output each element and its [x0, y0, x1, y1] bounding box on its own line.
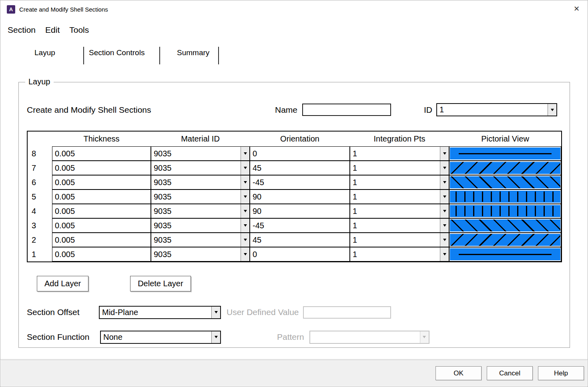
- thickness-input[interactable]: [52, 233, 151, 247]
- integration-pts-input[interactable]: [350, 161, 449, 175]
- integration-pts-cell: [350, 247, 449, 261]
- menu-tools[interactable]: Tools: [69, 25, 89, 35]
- section-function-input[interactable]: [101, 331, 220, 343]
- pictorial-view-cell: [449, 233, 561, 247]
- tab-summary[interactable]: Summary: [160, 48, 218, 57]
- material-id-input[interactable]: [151, 247, 249, 261]
- section-offset-input[interactable]: [100, 307, 220, 318]
- help-button[interactable]: Help: [538, 366, 584, 380]
- dropdown-arrow-icon[interactable]: [211, 331, 220, 343]
- pictorial-view-cell-fill: [450, 176, 560, 188]
- close-icon[interactable]: ✕: [574, 5, 580, 12]
- dropdown-arrow-icon[interactable]: [241, 204, 249, 218]
- layer-number: 4: [28, 204, 52, 218]
- col-header-orientation: Orientation: [250, 132, 350, 146]
- id-input[interactable]: [437, 104, 556, 116]
- integration-pts-input[interactable]: [350, 247, 449, 261]
- layer-table-body: 8 7: [28, 146, 561, 261]
- layer-table-header: Thickness Material ID Orientation Integr…: [28, 132, 561, 146]
- material-id-input[interactable]: [151, 219, 249, 232]
- dropdown-arrow-icon[interactable]: [241, 176, 249, 189]
- dropdown-arrow-icon[interactable]: [440, 219, 449, 232]
- integration-pts-input[interactable]: [350, 204, 449, 218]
- pictorial-view-cell-fill: [450, 162, 560, 174]
- name-input[interactable]: [302, 104, 391, 116]
- thickness-input[interactable]: [52, 147, 151, 160]
- orientation-input[interactable]: [250, 204, 349, 218]
- integration-pts-input[interactable]: [350, 176, 449, 189]
- orientation-input[interactable]: [250, 176, 349, 189]
- pattern-label: Pattern: [277, 332, 304, 342]
- ok-button[interactable]: OK: [435, 366, 482, 380]
- dropdown-arrow-icon[interactable]: [211, 307, 220, 318]
- add-layer-button[interactable]: Add Layer: [37, 276, 88, 291]
- dropdown-arrow-icon[interactable]: [241, 247, 249, 261]
- dropdown-arrow-icon[interactable]: [241, 190, 249, 203]
- dropdown-arrow-icon[interactable]: [440, 233, 449, 247]
- pictorial-view-cell: [449, 218, 561, 233]
- section-function-combobox[interactable]: [100, 331, 221, 344]
- integration-pts-cell: [350, 146, 449, 161]
- dropdown-arrow-icon[interactable]: [241, 233, 249, 247]
- integration-pts-input[interactable]: [350, 233, 449, 247]
- dropdown-arrow-icon[interactable]: [241, 161, 249, 175]
- orientation-input[interactable]: [250, 247, 349, 261]
- dropdown-arrow-icon[interactable]: [440, 176, 449, 189]
- menu-section[interactable]: Section: [8, 25, 36, 35]
- dropdown-arrow-icon[interactable]: [548, 104, 556, 116]
- pictorial-view-cell: [449, 190, 561, 204]
- orientation-input[interactable]: [250, 219, 349, 232]
- table-row: 4: [28, 204, 561, 218]
- material-id-input[interactable]: [151, 190, 249, 203]
- thickness-input[interactable]: [52, 190, 151, 203]
- thickness-input[interactable]: [52, 176, 151, 189]
- tab-separator: [218, 47, 219, 64]
- delete-layer-button[interactable]: Delete Layer: [130, 276, 191, 291]
- section-function-row: Section Function Pattern: [27, 330, 562, 344]
- material-id-input[interactable]: [151, 161, 249, 175]
- thickness-input[interactable]: [52, 204, 151, 218]
- layup-groupbox: Layup Create and Modify Shell Sections N…: [18, 82, 570, 348]
- orientation-input[interactable]: [250, 147, 349, 160]
- integration-pts-cell: [350, 233, 449, 247]
- section-offset-combobox[interactable]: [99, 306, 221, 319]
- material-id-input[interactable]: [151, 176, 249, 189]
- integration-pts-input[interactable]: [350, 219, 449, 232]
- section-function-label: Section Function: [27, 332, 100, 342]
- id-combobox[interactable]: [436, 103, 557, 116]
- menu-edit[interactable]: Edit: [45, 25, 60, 35]
- dropdown-arrow-icon[interactable]: [440, 190, 449, 203]
- orientation-input[interactable]: [250, 161, 349, 175]
- pictorial-view-cell: [449, 161, 561, 175]
- material-id-cell: [151, 247, 250, 261]
- dropdown-arrow-icon[interactable]: [241, 147, 249, 160]
- corner-header: [28, 132, 52, 146]
- integration-pts-input[interactable]: [350, 190, 449, 203]
- orientation-input[interactable]: [250, 190, 349, 203]
- material-id-input[interactable]: [151, 233, 249, 247]
- thickness-input[interactable]: [52, 247, 151, 261]
- orientation-input[interactable]: [250, 233, 349, 247]
- tab-layup[interactable]: Layup: [34, 48, 83, 57]
- thickness-cell: [52, 233, 151, 247]
- cancel-button[interactable]: Cancel: [487, 366, 533, 380]
- dropdown-arrow-icon[interactable]: [440, 204, 449, 218]
- material-id-input[interactable]: [151, 204, 249, 218]
- material-id-input[interactable]: [151, 147, 249, 160]
- pictorial-view-cell-fill: [450, 205, 560, 217]
- dropdown-arrow-icon[interactable]: [440, 247, 449, 261]
- pictorial-view-cell: [449, 175, 561, 190]
- tab-section-controls[interactable]: Section Controls: [84, 48, 159, 57]
- integration-pts-input[interactable]: [350, 147, 449, 160]
- material-id-cell: [151, 233, 250, 247]
- thickness-input[interactable]: [52, 219, 151, 232]
- layer-number: 3: [28, 218, 52, 233]
- dropdown-arrow-icon[interactable]: [440, 161, 449, 175]
- pictorial-view-cell-fill: [450, 191, 560, 203]
- thickness-input[interactable]: [52, 161, 151, 175]
- pattern-input: [310, 331, 429, 343]
- dropdown-arrow-icon[interactable]: [241, 219, 249, 232]
- integration-pts-cell: [350, 204, 449, 218]
- orientation-cell: [250, 175, 350, 190]
- dropdown-arrow-icon[interactable]: [440, 147, 449, 160]
